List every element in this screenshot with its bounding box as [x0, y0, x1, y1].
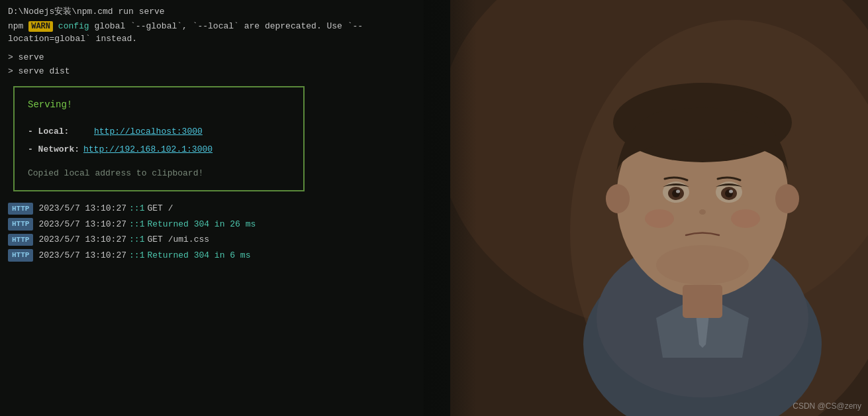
http-addr-3: ::1 [129, 233, 144, 246]
http-addr-4: ::1 [129, 249, 144, 262]
network-url[interactable]: http://192.168.102.1:3000 [83, 143, 213, 156]
copied-text: Copied local address to clipboard! [28, 167, 290, 180]
http-line-3: HTTP 2023/5/7 13:10:27 ::1 GET /umi.css [8, 233, 442, 246]
warn-prefix: npm [8, 21, 28, 31]
network-row: - Network: http://192.168.102.1:3000 [28, 143, 290, 156]
http-badge-2: HTTP [8, 218, 33, 231]
http-log: HTTP 2023/5/7 13:10:27 ::1 GET / HTTP 20… [8, 202, 442, 262]
local-url[interactable]: http://localhost:3000 [94, 125, 203, 138]
cmd-line: D:\Nodejs安装\npm.cmd run serve [8, 5, 442, 19]
serving-title: Serving! [28, 98, 290, 112]
http-line-2: HTTP 2023/5/7 13:10:27 ::1 Returned 304 … [8, 218, 442, 231]
warn-line: npm WARN config global `--global`, `--lo… [8, 20, 442, 46]
serving-box: Serving! - Local: http://localhost:3000 … [13, 86, 305, 192]
network-label: - Network: [28, 143, 81, 156]
svg-rect-22 [450, 0, 868, 416]
warn-badge: WARN [28, 21, 53, 32]
http-ret-4: Returned 304 in 6 ms [147, 249, 250, 262]
anime-background [450, 0, 868, 416]
local-label: - Local: [28, 125, 81, 138]
cmd-text: D:\Nodejs安装\npm.cmd run serve [8, 7, 165, 17]
http-req-3: GET /umi.css [147, 233, 209, 246]
watermark: CSDN @CS@zeny [793, 401, 861, 411]
http-badge-4: HTTP [8, 249, 33, 262]
http-line-1: HTTP 2023/5/7 13:10:27 ::1 GET / [8, 202, 442, 215]
serve-line-2: > serve dist [8, 65, 442, 78]
local-row: - Local: http://localhost:3000 [28, 125, 290, 138]
http-ts-2: 2023/5/7 13:10:27 [38, 218, 126, 231]
http-badge-3: HTTP [8, 234, 33, 246]
terminal-window: D:\Nodejs安装\npm.cmd run serve npm WARN c… [0, 0, 450, 416]
http-badge-1: HTTP [8, 203, 33, 215]
blend-overlay [424, 0, 477, 416]
warn-config: config [53, 21, 89, 31]
http-req-1: GET / [147, 202, 173, 215]
http-addr-1: ::1 [129, 202, 144, 215]
http-ts-4: 2023/5/7 13:10:27 [38, 249, 126, 262]
serve-line-1: > serve [8, 51, 442, 64]
http-line-4: HTTP 2023/5/7 13:10:27 ::1 Returned 304 … [8, 249, 442, 262]
http-ts-1: 2023/5/7 13:10:27 [38, 202, 126, 215]
http-ret-2: Returned 304 in 26 ms [147, 218, 256, 231]
http-ts-3: 2023/5/7 13:10:27 [38, 233, 126, 246]
http-addr-2: ::1 [129, 218, 144, 231]
terminal-content: D:\Nodejs安装\npm.cmd run serve npm WARN c… [8, 5, 442, 262]
